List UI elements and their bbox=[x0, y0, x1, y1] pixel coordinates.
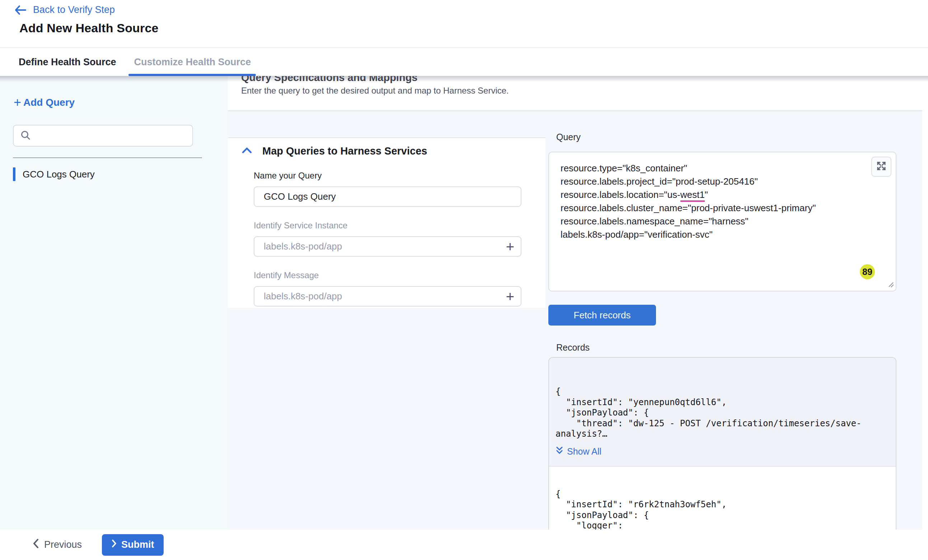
name-query-label: Name your Query bbox=[254, 170, 545, 181]
page-header: Back to Verify Step Add New Health Sourc… bbox=[0, 0, 928, 48]
char-count-badge: 89 bbox=[860, 264, 875, 279]
map-queries-panel: Map Queries to Harness Services Name you… bbox=[228, 137, 545, 308]
query-search-box bbox=[13, 125, 193, 147]
back-link-label: Back to Verify Step bbox=[33, 4, 115, 15]
record-item-2[interactable]: { "insertId": "r6rk2tnah3owf5eh", "jsonP… bbox=[549, 467, 896, 530]
section-subtitle: Enter the query to get the desired outpu… bbox=[241, 86, 922, 96]
query-textarea[interactable]: resource.type="k8s_container"resource.la… bbox=[548, 152, 896, 291]
query-mapping-area: Map Queries to Harness Services Name you… bbox=[228, 111, 922, 530]
health-source-tabs: Define Health Source Customize Health So… bbox=[0, 48, 928, 76]
identify-service-instance-label: Identify Service Instance bbox=[254, 221, 545, 231]
show-all-label: Show All bbox=[567, 446, 601, 457]
plus-icon: + bbox=[14, 97, 21, 108]
add-message-path-button[interactable]: + bbox=[506, 289, 514, 304]
add-query-button[interactable]: + Add Query bbox=[14, 97, 75, 108]
add-service-instance-path-button[interactable]: + bbox=[506, 239, 514, 254]
section-head: Query Specifications and Mappings Enter … bbox=[228, 76, 922, 110]
record-item-1[interactable]: { "insertId": "yennepun0qtd6ll6", "jsonP… bbox=[549, 358, 896, 467]
sidebar-item-gco-logs-query[interactable]: GCO Logs Query bbox=[0, 163, 228, 186]
identify-message-input[interactable] bbox=[255, 291, 521, 302]
sidebar-divider bbox=[13, 157, 202, 158]
query-text: resource.type="k8s_container"resource.la… bbox=[560, 162, 884, 241]
records-label: Records bbox=[556, 342, 589, 353]
double-chevron-down-icon bbox=[556, 446, 563, 458]
tab-customize-health-source[interactable]: Customize Health Source bbox=[134, 48, 251, 76]
search-icon bbox=[20, 130, 31, 142]
fetch-records-button[interactable]: Fetch records bbox=[548, 305, 656, 326]
section-title: Query Specifications and Mappings bbox=[241, 76, 922, 84]
record-2-json: { "insertId": "r6rk2tnah3owf5eh", "jsonP… bbox=[556, 489, 888, 530]
record-1-json: { "insertId": "yennepun0qtd6ll6", "jsonP… bbox=[556, 387, 888, 440]
back-to-verify-step-link[interactable]: Back to Verify Step bbox=[14, 4, 115, 15]
footer-action-bar: Previous Submit bbox=[0, 530, 928, 560]
chevron-right-icon bbox=[111, 539, 117, 550]
main-content: Query Specifications and Mappings Enter … bbox=[228, 76, 928, 530]
back-arrow-icon bbox=[14, 5, 27, 15]
add-health-source-page: Back to Verify Step Add New Health Sourc… bbox=[0, 0, 928, 560]
page-title: Add New Health Source bbox=[14, 21, 928, 35]
search-input[interactable] bbox=[36, 130, 186, 141]
previous-button[interactable]: Previous bbox=[33, 539, 82, 551]
identify-message-label: Identify Message bbox=[254, 270, 545, 280]
show-all-link[interactable]: Show All bbox=[556, 446, 601, 458]
query-label: Query bbox=[556, 132, 581, 142]
selected-indicator-bar bbox=[13, 167, 15, 181]
previous-label: Previous bbox=[44, 539, 82, 550]
query-sidebar: + Add Query GCO Logs Query bbox=[0, 76, 228, 530]
submit-button[interactable]: Submit bbox=[102, 534, 163, 556]
identify-message-field: + bbox=[254, 286, 521, 306]
map-queries-collapse-toggle[interactable]: Map Queries to Harness Services bbox=[241, 145, 427, 157]
records-panel: { "insertId": "yennepun0qtd6ll6", "jsonP… bbox=[548, 357, 896, 530]
body-row: + Add Query GCO Logs Query bbox=[0, 76, 928, 530]
identify-service-instance-field: + bbox=[254, 236, 521, 257]
resize-handle[interactable] bbox=[887, 281, 894, 289]
chevron-left-icon bbox=[33, 539, 39, 551]
add-query-label: Add Query bbox=[23, 97, 75, 108]
submit-label: Submit bbox=[121, 539, 154, 550]
expand-query-button[interactable] bbox=[871, 157, 891, 177]
identify-service-instance-input[interactable] bbox=[255, 241, 521, 252]
query-item-label: GCO Logs Query bbox=[23, 169, 95, 180]
tab-define-health-source[interactable]: Define Health Source bbox=[19, 48, 116, 76]
chevron-up-icon bbox=[241, 147, 252, 156]
map-queries-heading: Map Queries to Harness Services bbox=[263, 145, 427, 157]
name-query-input[interactable] bbox=[255, 191, 521, 202]
expand-icon bbox=[876, 161, 887, 173]
name-query-field bbox=[254, 186, 521, 207]
